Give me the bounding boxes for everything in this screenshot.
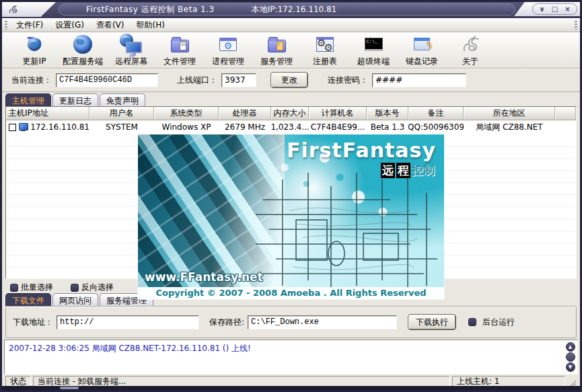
batch-select-checkbox[interactable] <box>10 284 18 292</box>
toolbar: ↻ 更新IP 配置服务端 远程屏幕 ≡≡≡ 文件管理 ⚙ 进程 <box>2 32 580 69</box>
current-connection-input[interactable] <box>56 73 158 87</box>
minimize-button[interactable]: ∨ <box>536 5 548 13</box>
toolbar-service-manager[interactable]: ♪ 服务管理 <box>252 32 301 68</box>
row-checkbox[interactable] <box>9 124 16 131</box>
col-header-cpu[interactable]: 处理器 <box>219 107 271 120</box>
window-title: FirstFantasy 远程控制 Beta 1.3 <box>86 4 215 15</box>
toolbar-registry[interactable]: ⚙ ⚙ 注册表 <box>301 32 349 68</box>
col-header-remark[interactable]: 备注 <box>408 107 464 120</box>
tab-disclaimer[interactable]: 免责声明 <box>100 93 145 106</box>
col-header-region[interactable]: 所在地区 <box>464 107 555 120</box>
port-input[interactable] <box>221 73 256 87</box>
port-label: 上线端口： <box>177 75 217 86</box>
terminal-icon: C:\_ <box>362 34 385 55</box>
table-row[interactable]: 172.16.110.81 SYSTEM Windows XP 2679 MHz… <box>6 120 576 134</box>
menu-help[interactable]: 帮助(H) <box>131 18 171 32</box>
horizontal-scrollbar[interactable] <box>2 386 580 390</box>
tab-web-visit[interactable]: 网页访问 <box>52 293 98 306</box>
toolbar-configure-server[interactable]: 配置服务端 <box>59 32 107 68</box>
col-header-os[interactable]: 系统类型 <box>154 107 219 120</box>
toolbar-label: 键盘记录 <box>406 56 438 67</box>
scroll-up-button[interactable]: ▲ <box>566 342 575 352</box>
cell-ip: 172.16.110.81 <box>30 122 89 132</box>
change-button[interactable]: 更改 <box>271 73 307 87</box>
menu-view[interactable]: 查看(V) <box>90 18 131 32</box>
save-path-input[interactable] <box>248 315 397 329</box>
col-header-computer-name[interactable]: 计算机名 <box>309 107 367 120</box>
title-bar[interactable]: FirstFantasy 远程控制 Beta 1.3 本地IP:172.16.1… <box>2 2 580 18</box>
maximize-button[interactable]: □ <box>549 5 560 13</box>
cell-os: Windows XP <box>154 122 219 132</box>
inverse-select-checkbox[interactable] <box>71 284 79 292</box>
toolbar-remote-screen[interactable]: 远程屏幕 <box>107 32 155 68</box>
schematic-drawing <box>256 173 444 287</box>
local-ip-label: 本地IP:172.16.110.81 <box>252 4 337 15</box>
scroll-thumb[interactable] <box>566 352 575 362</box>
password-input[interactable] <box>372 73 466 87</box>
col-header-filler <box>555 107 576 120</box>
col-header-username[interactable]: 用户名 <box>89 107 154 120</box>
toolbar-about[interactable]: 关于 <box>446 32 495 68</box>
menu-bar: 文件(F) 设置(G) 查看(V) 帮助(H) <box>2 18 580 32</box>
current-connection-label: 当前连接： <box>11 75 52 86</box>
cell-version: Beta 1.3 <box>367 122 408 132</box>
save-path-label: 保存路径: <box>209 317 244 328</box>
password-label: 连接密码： <box>328 75 368 86</box>
selection-options: 批量选择 反向选择 <box>10 282 114 293</box>
online-hosts-cell: 上线主机: 1 <box>452 376 565 387</box>
batch-select-label: 批量选择 <box>21 282 53 293</box>
tab-download-file[interactable]: 下载文件 <box>5 293 51 306</box>
cell-username: SYSTEM <box>89 122 154 132</box>
toolbar-label: 超级终端 <box>357 56 390 67</box>
horizontal-scroll-thumb[interactable] <box>60 387 79 389</box>
background-run-checkbox[interactable] <box>468 318 476 326</box>
col-header-version[interactable]: 版本号 <box>367 107 408 120</box>
process-manager-icon: ⚙ <box>217 34 240 55</box>
close-button[interactable]: × <box>562 5 573 13</box>
registry-icon: ⚙ ⚙ <box>314 34 336 55</box>
scroll-down-button[interactable]: ▼ <box>566 362 575 372</box>
window-controls: ∨ □ × <box>532 3 577 15</box>
app-logo-area <box>2 2 56 17</box>
bottom-tabs: 下载文件 网页访问 服务端管理 <box>5 293 153 306</box>
resize-grip[interactable] <box>567 376 577 387</box>
col-header-memory[interactable]: 内存大小 <box>271 107 309 120</box>
pencil-icon: ✎ <box>425 39 435 52</box>
service-manager-icon: ♪ <box>265 34 288 55</box>
tab-update-log[interactable]: 更新日志 <box>52 93 98 106</box>
menu-file[interactable]: 文件(F) <box>10 18 49 32</box>
title-band: FirstFantasy 远程控制 Beta 1.3 本地IP:172.16.1… <box>59 3 515 15</box>
toolbar-label: 注册表 <box>313 56 337 67</box>
toolbar-label: 更新IP <box>23 56 46 67</box>
table-header-row: 主机IP地址 用户名 系统类型 处理器 内存大小 计算机名 版本号 备注 所在地… <box>6 107 576 120</box>
toolbar-process-manager[interactable]: ⚙ 进程管理 <box>204 32 252 68</box>
log-area[interactable]: 2007-12-28 3:06:25 局域网 CZ88.NET-172.16.1… <box>4 340 578 375</box>
toolbar-label: 关于 <box>462 56 478 67</box>
subtitle-char: 远 <box>381 163 395 178</box>
batch-select-option[interactable]: 批量选择 <box>10 282 53 293</box>
menu-settings[interactable]: 设置(G) <box>49 18 90 32</box>
background-run-label: 后台运行 <box>482 317 515 328</box>
keylogger-icon: ✎ <box>410 34 433 55</box>
col-header-ip[interactable]: 主机IP地址 <box>6 107 89 120</box>
tab-host-management[interactable]: 主机管理 <box>5 93 51 106</box>
splash-subtitle: 远 程 控制 <box>381 163 435 178</box>
toolbar-file-manager[interactable]: ≡≡≡ 文件管理 <box>155 32 204 68</box>
inverse-select-option[interactable]: 反向选择 <box>71 282 114 293</box>
status-message-cell: 当前连接 - 卸载服务端... <box>33 376 450 387</box>
dragon-logo-icon <box>7 3 20 15</box>
remote-screen-icon <box>120 34 143 55</box>
menu-grip-right[interactable] <box>575 21 577 30</box>
toolbar-terminal[interactable]: C:\_ 超级终端 <box>349 32 398 68</box>
download-url-input[interactable] <box>57 315 199 329</box>
download-exec-button[interactable]: 下载执行 <box>408 315 456 329</box>
monitor-icon <box>126 42 142 53</box>
toolbar-keylogger[interactable]: ✎ 键盘记录 <box>398 32 446 68</box>
menu-grip[interactable] <box>5 21 7 30</box>
toolbar-label: 远程屏幕 <box>115 56 147 67</box>
toolbar-label: 文件管理 <box>163 56 196 67</box>
splash-brand: FirstFantasy <box>287 139 436 162</box>
globe-icon <box>28 38 41 51</box>
file-manager-icon: ≡≡≡ <box>168 34 191 55</box>
toolbar-update-ip[interactable]: ↻ 更新IP <box>10 32 59 68</box>
